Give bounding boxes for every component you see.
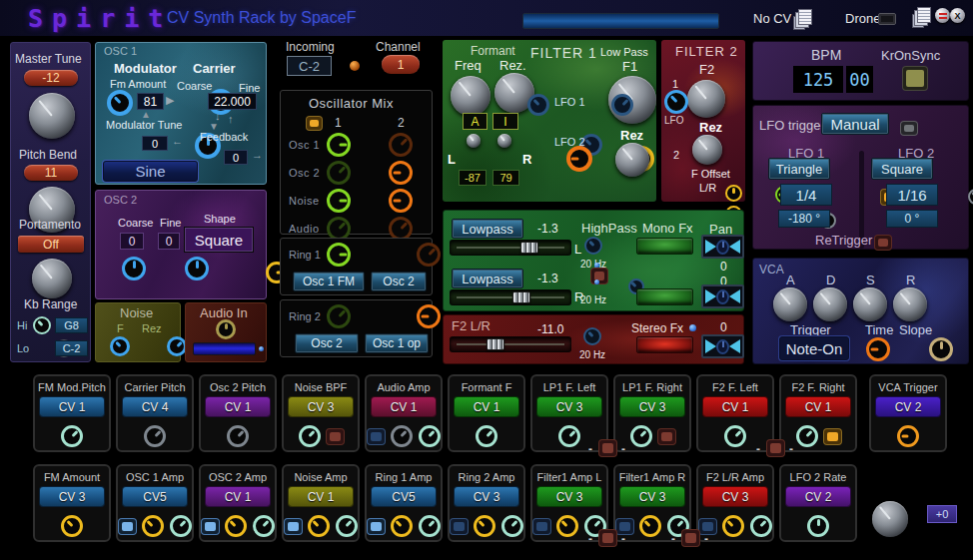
- vca-decay-knob[interactable]: [813, 287, 847, 321]
- cv-source-button[interactable]: CV 1: [289, 487, 353, 506]
- osc2-shape-button[interactable]: Square: [184, 227, 254, 253]
- mixer-l-slider[interactable]: [450, 240, 571, 256]
- vca-release-knob[interactable]: [893, 287, 927, 321]
- led-blue-icon[interactable]: [368, 519, 385, 534]
- cv-source-button[interactable]: CV 3: [703, 487, 767, 506]
- f2lr-slider-thumb[interactable]: [486, 338, 504, 350]
- mix-level1-knob[interactable]: [327, 133, 351, 157]
- lfo1-rate-value[interactable]: 1/4: [780, 184, 832, 206]
- audio-in-level-bar[interactable]: [193, 342, 256, 355]
- mixer-r-filter-button[interactable]: Lowpass: [452, 269, 523, 288]
- pan-center-knob[interactable]: [716, 339, 729, 354]
- knob-teal-icon[interactable]: [419, 425, 441, 447]
- led-orange-icon[interactable]: [824, 429, 841, 444]
- cv-source-button[interactable]: CV5: [123, 487, 187, 506]
- knob-yellow-icon[interactable]: [308, 515, 330, 537]
- knob-yellow-icon[interactable]: [556, 515, 578, 537]
- knob-yellow-icon[interactable]: [639, 515, 661, 537]
- cv-source-button[interactable]: CV 1: [455, 397, 518, 416]
- f-offset-l-knob[interactable]: [725, 185, 742, 202]
- kronsync-button[interactable]: [903, 67, 927, 90]
- f2-amp-link-button[interactable]: [682, 530, 699, 546]
- mix-level2-knob[interactable]: [389, 133, 413, 157]
- osc1-wave-button[interactable]: Sine: [103, 161, 198, 182]
- led-blue-icon[interactable]: [119, 519, 136, 534]
- ring2-amount2-knob[interactable]: [417, 304, 441, 328]
- cv-source-button[interactable]: CV 1: [206, 487, 270, 506]
- vca-time-knob[interactable]: [866, 337, 890, 361]
- vowel-a-trim-knob[interactable]: [467, 134, 481, 148]
- cv-source-button[interactable]: CV 1: [786, 397, 850, 416]
- lfo1-retrigger-button[interactable]: [875, 236, 891, 250]
- led-blue-icon[interactable]: [285, 519, 302, 534]
- lfo2-rate-value[interactable]: 1/16: [886, 184, 938, 206]
- knob-yellow-icon[interactable]: [474, 515, 495, 537]
- osc2-coarse-knob[interactable]: [122, 257, 146, 280]
- fm-amount-knob[interactable]: [107, 90, 133, 116]
- f2lr-slider[interactable]: [450, 336, 571, 352]
- formant-l-value[interactable]: -87: [459, 170, 486, 186]
- f2-link-button[interactable]: [767, 440, 784, 456]
- pan-center-knob[interactable]: [716, 289, 729, 304]
- ring2-source1-button[interactable]: Osc 2: [295, 333, 359, 353]
- lfo1-wave-button[interactable]: Triangle: [768, 158, 830, 180]
- lfo2-wave-button[interactable]: Square: [871, 158, 933, 180]
- pan-center-knob[interactable]: [716, 240, 729, 255]
- audio-in-knob[interactable]: [216, 319, 236, 339]
- lfo1-phase-value[interactable]: -180 °: [778, 210, 830, 228]
- knob-yellow-icon[interactable]: [142, 515, 164, 537]
- portamento-knob[interactable]: [32, 259, 72, 298]
- vca-sustain-knob[interactable]: [853, 287, 887, 321]
- noise-f-knob[interactable]: [110, 336, 130, 356]
- lp1-link-button[interactable]: [599, 440, 616, 456]
- led-red-icon[interactable]: [327, 429, 344, 444]
- pitch-bend-value[interactable]: 11: [24, 165, 78, 181]
- mixer-r-slider-thumb[interactable]: [512, 291, 530, 303]
- cv-source-button[interactable]: CV 3: [455, 487, 518, 506]
- f2lr-pan-control[interactable]: [701, 334, 744, 358]
- lfo-trigger-aux-button[interactable]: [901, 122, 917, 135]
- f2lr-highpass-knob[interactable]: [583, 327, 601, 345]
- knob-gray-icon[interactable]: [391, 425, 413, 447]
- knob-teal-icon[interactable]: [724, 425, 746, 447]
- filter1-lfo1-amount-a-knob[interactable]: [527, 94, 549, 116]
- stereofx-display[interactable]: [636, 336, 693, 353]
- lfo2-rate-knob[interactable]: [968, 189, 973, 205]
- led-darkblue-icon[interactable]: [451, 519, 468, 534]
- cv-source-button[interactable]: CV 1: [703, 397, 767, 416]
- lfo-trigger-mode-button[interactable]: Manual: [821, 113, 889, 135]
- mixer-l-highpass-knob[interactable]: [584, 237, 602, 255]
- knob-teal-icon[interactable]: [170, 515, 192, 537]
- cv-pages-icon[interactable]: [798, 9, 812, 25]
- mixer-l-filter-button[interactable]: Lowpass: [452, 219, 523, 239]
- knob-teal-icon[interactable]: [336, 515, 358, 537]
- fm-amount-value[interactable]: 81: [137, 93, 164, 110]
- cv-source-button[interactable]: CV 1: [206, 397, 270, 416]
- knob-teal-icon[interactable]: [750, 515, 772, 537]
- kb-hi-value[interactable]: G8: [55, 317, 88, 333]
- knob-teal-icon[interactable]: [796, 425, 818, 447]
- mixer-r-slider[interactable]: [450, 289, 571, 305]
- osc2-coarse-value[interactable]: 0: [120, 233, 144, 250]
- cv-source-button[interactable]: CV 3: [289, 397, 353, 416]
- output-trim-value[interactable]: +0: [927, 505, 957, 523]
- mixer-r-monofx-display[interactable]: [636, 288, 693, 305]
- ring1-source2-button[interactable]: Osc 2: [371, 272, 427, 291]
- mixer-l-pan-control[interactable]: [701, 235, 744, 259]
- cv-source-button[interactable]: CV 3: [620, 397, 684, 416]
- formant-freq-knob[interactable]: [451, 76, 490, 116]
- cv-source-button[interactable]: CV 2: [876, 397, 940, 416]
- drone-toggle-button[interactable]: [878, 13, 896, 25]
- knob-teal-icon[interactable]: [299, 425, 321, 447]
- knob-yellow-icon[interactable]: [61, 515, 83, 537]
- osc2-fine-knob[interactable]: [185, 257, 209, 280]
- ring1-amount2-knob[interactable]: [417, 243, 441, 267]
- ring2-source2-button[interactable]: Osc 1 op: [365, 333, 429, 353]
- vca-attack-knob[interactable]: [773, 287, 807, 321]
- knob-teal-icon[interactable]: [501, 515, 523, 537]
- vowel-a-box[interactable]: A: [463, 113, 487, 130]
- minimize-button[interactable]: [935, 8, 950, 23]
- formant-l-knob[interactable]: [566, 146, 592, 172]
- led-darkblue-icon[interactable]: [533, 519, 550, 534]
- modulator-tune-value[interactable]: 0: [142, 136, 168, 151]
